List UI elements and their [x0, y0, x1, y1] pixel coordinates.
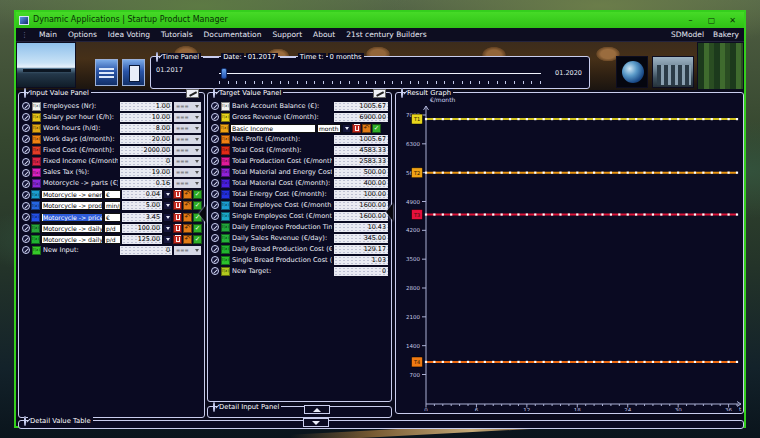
delete-button[interactable] [173, 190, 182, 199]
value-field[interactable]: 8.00 [120, 124, 172, 133]
menu-item-tutorials[interactable]: Tutorials [161, 30, 192, 39]
value-field[interactable]: 0.04 [122, 190, 162, 199]
collapse-handle[interactable] [386, 203, 393, 221]
unit-field[interactable]: € [104, 213, 121, 222]
value-field[interactable]: 10.43 [334, 223, 388, 232]
unit-field[interactable]: month [317, 124, 341, 133]
dropdown-button[interactable] [163, 224, 172, 233]
name-edit-field[interactable]: Basic Income [230, 124, 316, 133]
value-field[interactable]: 2000.00 [120, 146, 172, 155]
value-field[interactable]: 125.00 [122, 235, 162, 244]
value-field[interactable]: 3.45 [122, 213, 162, 222]
collapse-handle[interactable] [199, 205, 206, 223]
value-field[interactable]: 2583.33 [334, 157, 388, 166]
value-field[interactable]: 400.00 [334, 179, 388, 188]
value-field[interactable]: 5.00 [122, 201, 162, 210]
delete-button[interactable] [173, 235, 182, 244]
close-button[interactable]: ✕ [724, 14, 741, 27]
exit-door-button[interactable] [122, 59, 145, 86]
dropdown-button[interactable] [342, 124, 351, 133]
minimize-button[interactable]: – [682, 14, 699, 27]
name-edit-field[interactable]: Motorcycle -> production ti [41, 201, 103, 210]
unit-field[interactable]: p/d [104, 235, 121, 244]
maximize-button[interactable]: ▢ [703, 14, 720, 27]
function-dropdown[interactable]: === [174, 146, 201, 155]
value-field[interactable]: 4583.33 [334, 146, 388, 155]
value-field[interactable]: 1600.00 [334, 201, 388, 210]
function-dropdown[interactable]: === [174, 102, 201, 111]
dropdown-button[interactable] [163, 190, 172, 199]
dropdown-button[interactable] [163, 235, 172, 244]
function-dropdown[interactable]: === [174, 135, 201, 144]
delete-button[interactable] [173, 224, 182, 233]
function-dropdown[interactable]: === [174, 179, 201, 188]
value-field[interactable]: 345.00 [334, 234, 388, 243]
delete-button[interactable] [173, 213, 182, 222]
undo-button[interactable]: ↶ [183, 235, 192, 244]
value-field[interactable]: 1005.67 [334, 135, 388, 144]
menu-item-idea-voting[interactable]: Idea Voting [108, 30, 150, 39]
time-slider[interactable] [219, 72, 541, 75]
function-dropdown[interactable]: === [174, 124, 201, 133]
name-edit-field[interactable]: Motorcycle -> price [41, 213, 103, 222]
undo-button[interactable]: ↶ [183, 224, 192, 233]
value-field[interactable]: 1.03 [334, 256, 388, 265]
dropdown-button[interactable] [163, 213, 172, 222]
value-field[interactable]: 1005.67 [334, 102, 388, 111]
confirm-button[interactable]: ✓ [193, 235, 202, 244]
value-field[interactable]: 6900.00 [334, 113, 388, 122]
value-field[interactable]: 0 [120, 157, 172, 166]
confirm-button[interactable]: ✓ [372, 124, 381, 133]
detail-table-icon [24, 416, 26, 426]
value-field[interactable]: 500.00 [334, 168, 388, 177]
undo-button[interactable]: ↶ [183, 190, 192, 199]
time-slider-thumb[interactable] [221, 68, 227, 79]
value-field[interactable]: 0.16 [120, 179, 172, 188]
value-field[interactable]: 20.00 [120, 135, 172, 144]
city-photo-thumbnail[interactable] [652, 56, 694, 88]
unit-field[interactable]: min/p [104, 201, 121, 210]
earth-photo-thumbnail[interactable] [616, 56, 648, 88]
value-field[interactable]: 100.00 [122, 224, 162, 233]
row-label: Total Energy Cost (€/month): [232, 190, 332, 199]
name-edit-field[interactable]: Motorcycle -> energy cost [41, 190, 103, 199]
unit-field[interactable]: € [104, 190, 121, 199]
function-dropdown[interactable]: === [174, 246, 201, 255]
unit-field[interactable]: p/d [104, 224, 121, 233]
confirm-button[interactable]: ✓ [193, 224, 202, 233]
undo-button[interactable]: ↶ [183, 201, 192, 210]
value-field[interactable]: 0 [120, 246, 172, 255]
function-dropdown[interactable]: === [174, 168, 201, 177]
menu-item-about[interactable]: About [313, 30, 335, 39]
value-field[interactable]: 19.00 [120, 168, 172, 177]
chart-view-button[interactable] [95, 59, 118, 86]
menu-item-support[interactable]: Support [272, 30, 302, 39]
menu-item-documentation[interactable]: Documentation [204, 30, 262, 39]
undo-button[interactable]: ↶ [362, 124, 371, 133]
confirm-button[interactable]: ✓ [193, 190, 202, 199]
menu-item-main[interactable]: Main [39, 30, 57, 39]
value-field[interactable]: 100.00 [334, 190, 388, 199]
menu-item-21st-century-builders[interactable]: 21st century Builders [346, 30, 426, 39]
pier-photo-thumbnail[interactable] [16, 42, 76, 88]
name-edit-field[interactable]: Motorcycle -> daily product [41, 235, 103, 244]
expand-down-button[interactable] [303, 418, 329, 427]
menu-item-options[interactable]: Options [68, 30, 97, 39]
function-chip: f(x) [221, 113, 230, 122]
result-graph[interactable]: €/month700140021002800350042004900560063… [396, 93, 743, 411]
delete-button[interactable] [352, 124, 361, 133]
name-edit-field[interactable]: Motorcycle -> daily sales [41, 224, 103, 233]
value-field[interactable]: 129.17 [334, 245, 388, 254]
value-field[interactable]: 1.00 [120, 102, 172, 111]
value-field[interactable]: 0 [334, 267, 388, 276]
menu-item-sdmodel[interactable]: SDModel [671, 30, 704, 39]
value-field[interactable]: 10.00 [120, 113, 172, 122]
expand-up-button[interactable] [304, 405, 330, 414]
dropdown-button[interactable] [163, 201, 172, 210]
function-dropdown[interactable]: === [174, 157, 201, 166]
delete-button[interactable] [173, 201, 182, 210]
function-dropdown[interactable]: === [174, 113, 201, 122]
menu-item-bakery[interactable]: Bakery [713, 30, 739, 39]
value-field[interactable]: 1600.00 [334, 212, 388, 221]
undo-button[interactable]: ↶ [183, 213, 192, 222]
